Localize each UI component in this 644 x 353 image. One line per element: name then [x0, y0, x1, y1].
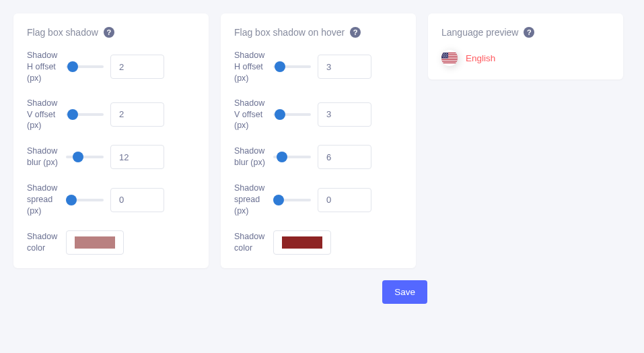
save-button[interactable]: Save	[382, 280, 427, 304]
svg-point-11	[443, 55, 444, 55]
svg-point-14	[442, 55, 443, 56]
card-title: Language preview ?	[441, 27, 610, 38]
svg-rect-4	[441, 59, 458, 59]
color-row: Shadow color	[234, 230, 402, 255]
color-picker[interactable]	[66, 230, 124, 255]
blur-input[interactable]	[318, 145, 371, 169]
language-preview-card: Language preview ?	[428, 13, 623, 79]
h-offset-slider[interactable]	[66, 65, 104, 68]
svg-rect-5	[441, 60, 458, 61]
blur-input[interactable]	[110, 145, 164, 169]
card-title-text: Flag box shadow on hover	[234, 27, 345, 38]
v-offset-slider[interactable]	[66, 113, 104, 116]
blur-label: Shadow blur (px)	[27, 146, 59, 168]
color-swatch	[75, 236, 115, 249]
flag-box-shadow-card: Flag box shadow ? Shadow H offset (px) S…	[13, 13, 209, 268]
help-icon[interactable]: ?	[350, 27, 361, 38]
h-offset-slider[interactable]	[273, 65, 311, 68]
svg-point-13	[447, 55, 448, 55]
spread-label: Shadow spread (px)	[234, 183, 266, 217]
preview-flag-row: English	[441, 50, 610, 66]
card-title-text: Flag box shadow	[27, 27, 98, 38]
svg-point-15	[444, 55, 445, 56]
svg-point-17	[443, 57, 444, 57]
color-label: Shadow color	[234, 231, 266, 254]
color-row: Shadow color	[27, 230, 195, 255]
v-offset-label: Shadow V offset (px)	[27, 98, 59, 132]
v-offset-label: Shadow V offset (px)	[234, 98, 266, 132]
flag-box-shadow-hover-card: Flag box shadow on hover ? Shadow H offs…	[221, 13, 416, 268]
card-title: Flag box shadow on hover ?	[234, 27, 402, 38]
svg-point-8	[442, 53, 443, 54]
blur-label: Shadow blur (px)	[234, 146, 266, 168]
svg-point-10	[446, 53, 447, 54]
v-offset-slider[interactable]	[273, 113, 311, 116]
h-offset-input[interactable]	[110, 55, 164, 79]
help-icon[interactable]: ?	[524, 27, 534, 38]
spread-row: Shadow spread (px)	[234, 183, 402, 217]
preview-language-text: English	[466, 53, 495, 63]
help-icon[interactable]: ?	[104, 27, 114, 38]
h-offset-row: Shadow H offset (px)	[234, 50, 402, 84]
v-offset-input[interactable]	[318, 102, 371, 127]
spread-slider[interactable]	[273, 199, 311, 201]
svg-point-19	[447, 57, 448, 57]
blur-slider[interactable]	[66, 156, 104, 158]
svg-point-16	[446, 55, 447, 56]
spread-row: Shadow spread (px)	[27, 183, 195, 217]
h-offset-label: Shadow H offset (px)	[234, 50, 266, 84]
v-offset-row: Shadow V offset (px)	[234, 98, 402, 132]
blur-slider[interactable]	[273, 156, 311, 158]
spread-input[interactable]	[318, 188, 371, 212]
v-offset-row: Shadow V offset (px)	[27, 98, 195, 132]
h-offset-label: Shadow H offset (px)	[27, 50, 59, 84]
svg-point-9	[444, 53, 445, 54]
color-picker[interactable]	[273, 230, 331, 255]
svg-point-18	[445, 57, 445, 57]
spread-label: Shadow spread (px)	[27, 183, 59, 217]
blur-row: Shadow blur (px)	[234, 145, 402, 169]
flag-icon	[441, 50, 458, 66]
v-offset-input[interactable]	[110, 102, 164, 127]
color-swatch	[282, 236, 322, 249]
blur-row: Shadow blur (px)	[27, 145, 195, 169]
svg-point-12	[445, 55, 445, 55]
color-label: Shadow color	[27, 231, 59, 254]
spread-slider[interactable]	[66, 199, 104, 201]
h-offset-input[interactable]	[318, 55, 371, 79]
card-title: Flag box shadow ?	[27, 27, 195, 38]
h-offset-row: Shadow H offset (px)	[27, 50, 195, 84]
svg-rect-6	[441, 62, 458, 63]
spread-input[interactable]	[110, 188, 164, 212]
card-title-text: Language preview	[441, 27, 518, 38]
